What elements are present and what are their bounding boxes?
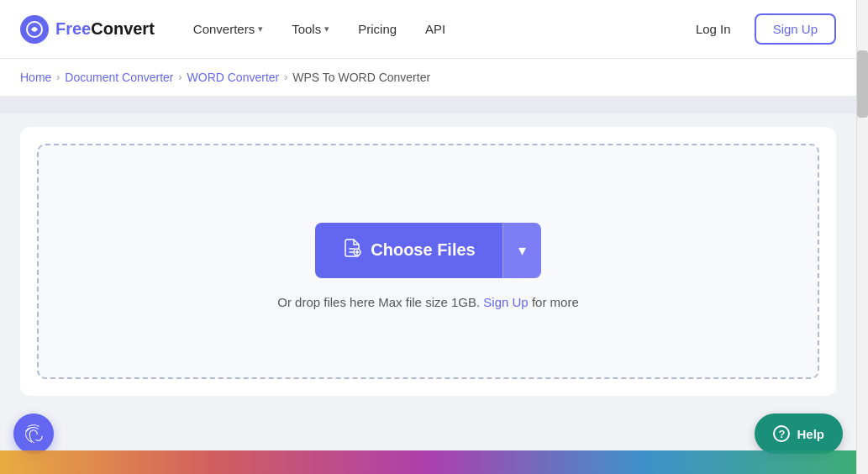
- converters-chevron-icon: ▾: [258, 24, 263, 34]
- breadcrumb-sep-1: ›: [56, 71, 60, 83]
- breadcrumb-current: WPS To WORD Converter: [292, 71, 430, 84]
- breadcrumb-word-converter[interactable]: WORD Converter: [187, 71, 280, 84]
- header-actions: Log In Sign Up: [682, 13, 836, 45]
- choose-files-row: Choose Files ▾: [315, 223, 540, 278]
- breadcrumb-bar: Home › Document Converter › WORD Convert…: [0, 59, 856, 97]
- signup-button[interactable]: Sign Up: [755, 13, 836, 45]
- fingerprint-button[interactable]: [13, 413, 54, 454]
- logo-text: FreeConvert: [55, 19, 155, 39]
- main-nav: Converters ▾ Tools ▾ Pricing API: [181, 15, 682, 43]
- drop-text: Or drop files here Max file size 1GB. Si…: [277, 295, 579, 309]
- gray-banner: [0, 97, 856, 113]
- header: FreeConvert Converters ▾ Tools ▾ Pricing…: [0, 0, 856, 59]
- fingerprint-icon: [23, 423, 45, 445]
- breadcrumb-document-converter[interactable]: Document Converter: [65, 71, 173, 84]
- nav-tools[interactable]: Tools ▾: [280, 15, 341, 43]
- nav-pricing[interactable]: Pricing: [346, 15, 408, 43]
- upload-card: Choose Files ▾ Or drop files here Max fi…: [20, 127, 836, 396]
- breadcrumb-sep-2: ›: [179, 71, 182, 83]
- choose-files-button[interactable]: Choose Files: [315, 223, 502, 278]
- tools-chevron-icon: ▾: [324, 24, 329, 34]
- breadcrumb-home[interactable]: Home: [20, 71, 51, 84]
- logo-icon: [20, 15, 49, 44]
- choose-files-dropdown-button[interactable]: ▾: [502, 223, 541, 278]
- file-icon: [342, 238, 362, 263]
- breadcrumb: Home › Document Converter › WORD Convert…: [20, 71, 836, 84]
- help-button[interactable]: ? Help: [755, 413, 843, 454]
- login-button[interactable]: Log In: [682, 15, 744, 43]
- main-content: Choose Files ▾ Or drop files here Max fi…: [0, 113, 856, 409]
- nav-converters[interactable]: Converters ▾: [181, 15, 275, 43]
- dropdown-arrow-icon: ▾: [518, 241, 526, 260]
- nav-api[interactable]: API: [413, 15, 457, 43]
- drop-signup-link[interactable]: Sign Up: [483, 295, 528, 309]
- help-label: Help: [797, 427, 824, 441]
- upload-dropzone[interactable]: Choose Files ▾ Or drop files here Max fi…: [37, 144, 819, 379]
- bottom-image-strip: [0, 450, 856, 474]
- breadcrumb-sep-3: ›: [284, 71, 287, 83]
- scrollbar-thumb[interactable]: [857, 50, 868, 118]
- logo[interactable]: FreeConvert: [20, 15, 155, 44]
- help-question-icon: ?: [773, 425, 790, 442]
- choose-files-label: Choose Files: [371, 240, 475, 260]
- scrollbar[interactable]: [856, 0, 868, 474]
